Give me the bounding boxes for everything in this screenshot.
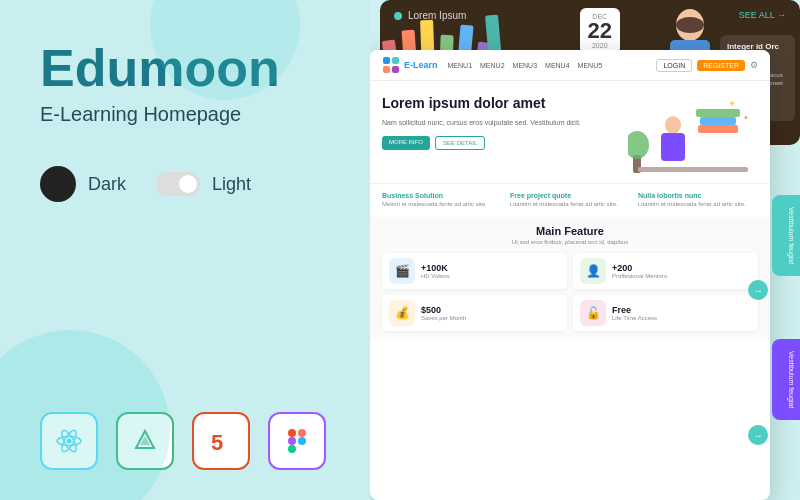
svg-rect-9 [288,437,296,445]
feature-access: 🔓 Free Life Time Access [573,295,758,331]
svg-rect-23 [661,133,685,161]
date-day: 22 [588,20,612,42]
feature-item: Nulla lobortis nunc Litantim et malesuad… [638,192,758,209]
savings-info: $500 Saves per Month [421,305,466,321]
videos-icon-box: 🎬 [389,258,415,284]
nav-actions: LOGIN REGISTER ⚙ [656,59,758,72]
light-toggle-item[interactable]: Light [156,172,251,196]
nav-menu-item[interactable]: MENU2 [480,62,505,69]
arrow-up-button[interactable]: → [748,280,768,300]
svg-rect-16 [392,57,399,64]
see-detail-button[interactable]: SEE DETAIL [435,136,485,150]
feature-mentors: 👤 +200 Proffesional Mentors [573,253,758,289]
main-feature-grid: 🎬 +100K HD Videos 👤 +200 Proffesional Me… [382,253,758,331]
dark-label: Dark [88,174,126,195]
svg-text:5: 5 [211,430,223,454]
feature-videos: 🎬 +100K HD Videos [382,253,567,289]
videos-stat: +100K [421,263,450,273]
feature-title: Free project quote [510,192,630,199]
savings-label: Saves per Month [421,315,466,321]
svg-rect-10 [288,445,296,453]
brand-subtitle: E-Learning Homepage [40,103,335,126]
settings-icon[interactable]: ⚙ [750,60,758,70]
nav-logo-text: E-Learn [404,60,438,70]
blob-decoration [0,330,170,500]
hero-illustration: ✦ ✦ [628,95,758,175]
svg-rect-15 [383,57,390,64]
svg-rect-18 [392,66,399,73]
html5-icon[interactable]: 5 [192,412,250,470]
register-button[interactable]: REGISTER [697,60,745,71]
feature-item: Business Solution Metion et malesuada fe… [382,192,502,209]
savings-icon-box: 💰 [389,300,415,326]
svg-point-14 [676,17,704,33]
videos-info: +100K HD Videos [421,263,450,279]
hero-desc: Nam sollicitud nunc, cursus eros vulputa… [382,118,618,128]
svg-rect-7 [288,429,296,437]
hero-title: Lorem ipsum dolor amet [382,95,618,112]
date-badge: DEC 22 2020 [580,8,620,54]
svg-text:✦: ✦ [743,114,749,121]
videos-label: HD Videos [421,273,450,279]
features-row: Business Solution Metion et malesuada fe… [370,183,770,217]
see-all-link[interactable]: SEE ALL → [739,10,786,20]
dark-toggle-circle[interactable] [40,166,76,202]
more-info-button[interactable]: MORE INFO [382,136,430,150]
side-card-bottom[interactable]: Vestibulum feugiat [772,339,800,420]
main-feature-title: Main Feature [382,225,758,237]
preview-navbar: E-Learn MENU1 MENU2 MENU3 MENU4 MENU5 LO… [370,50,770,81]
dot-indicator [394,12,402,20]
feature-item: Free project quote Litantim et malesuada… [510,192,630,209]
lorem-ipsum-label: Lorem Ipsum [408,10,466,21]
mentors-label: Proffesional Mentors [612,273,667,279]
savings-stat: $500 [421,305,466,315]
side-card-top[interactable]: Vestibulum feugiat [772,195,800,276]
svg-rect-26 [638,167,748,172]
preview-hero: Lorem ipsum dolor amet Nam sollicitud nu… [370,81,770,183]
feature-desc: Litantim et malesuada ferite ad artic si… [638,201,758,209]
nav-menu-item[interactable]: MENU3 [513,62,538,69]
login-button[interactable]: LOGIN [656,59,692,72]
mentors-stat: +200 [612,263,667,273]
website-preview: E-Learn MENU1 MENU2 MENU3 MENU4 MENU5 LO… [370,50,770,500]
mentors-info: +200 Proffesional Mentors [612,263,667,279]
left-panel: Edumoon E-Learning Homepage Dark Light [0,0,370,500]
nav-menu: MENU1 MENU2 MENU3 MENU4 MENU5 [448,62,647,69]
nav-menu-item[interactable]: MENU4 [545,62,570,69]
arrow-down-button[interactable]: → [748,425,768,445]
svg-rect-8 [298,429,306,437]
svg-text:✦: ✦ [728,98,736,109]
nav-logo: E-Learn [382,56,438,74]
light-toggle-switch[interactable] [156,172,200,196]
mentors-icon-box: 👤 [580,258,606,284]
hero-buttons: MORE INFO SEE DETAIL [382,136,618,150]
feature-desc: Litantim et malesuada ferite ad artic si… [510,201,630,209]
dark-toggle-item[interactable]: Dark [40,166,126,202]
svg-point-11 [298,437,306,445]
access-info: Free Life Time Access [612,305,657,321]
feature-savings: 💰 $500 Saves per Month [382,295,567,331]
feature-desc: Metion et malesuada ferite ad artic site… [382,201,502,209]
access-stat: Free [612,305,657,315]
toggle-row: Dark Light [40,166,335,202]
svg-rect-20 [700,117,736,125]
svg-rect-19 [698,125,738,133]
figma-icon[interactable] [268,412,326,470]
main-feature-desc: Ut sed eros finibus, placerat orci id, d… [382,239,758,245]
feature-title: Nulla lobortis nunc [638,192,758,199]
date-year: 2020 [588,42,612,49]
access-icon-box: 🔓 [580,300,606,326]
right-panel: Lorem Ipsum SEE ALL → DEC 22 2020 Intege… [370,0,800,500]
svg-rect-21 [696,109,740,117]
light-label: Light [212,174,251,195]
side-card-top-text: Vestibulum feugiat [788,207,795,264]
hero-text: Lorem ipsum dolor amet Nam sollicitud nu… [382,95,618,150]
nav-menu-item[interactable]: MENU1 [448,62,473,69]
nav-menu-item[interactable]: MENU5 [578,62,603,69]
svg-rect-17 [383,66,390,73]
side-card-bottom-text: Vestibulum feugiat [788,351,795,408]
access-label: Life Time Access [612,315,657,321]
svg-point-25 [628,131,649,159]
main-feature-section: Main Feature Ut sed eros finibus, placer… [370,217,770,339]
feature-title: Business Solution [382,192,502,199]
